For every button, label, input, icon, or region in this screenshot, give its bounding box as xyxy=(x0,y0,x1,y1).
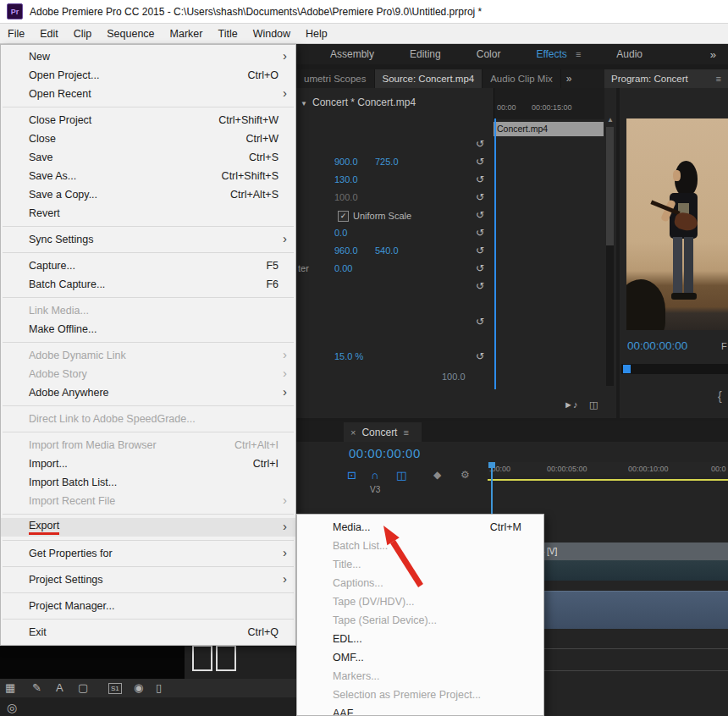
menubar-item[interactable]: File xyxy=(0,24,32,43)
export-menu-item[interactable]: Markers... xyxy=(297,667,543,686)
file-menu-item[interactable]: Sync Settings › xyxy=(1,230,295,249)
file-menu-item[interactable]: Open Recent › xyxy=(1,85,295,103)
file-menu-item[interactable]: Exit Ctrl+Q xyxy=(1,623,295,642)
file-menu-item[interactable]: Adobe Anywhere › xyxy=(1,383,295,402)
reset-parameter-icon[interactable]: ↺ xyxy=(476,192,484,202)
anchor-x-value[interactable]: 960.0 xyxy=(334,245,358,256)
file-menu-item[interactable]: Capture... F5 xyxy=(1,256,295,275)
close-tab-icon[interactable]: × xyxy=(350,427,356,438)
pen-tool-icon[interactable]: ✎ xyxy=(32,681,41,694)
reset-parameter-icon[interactable]: ↺ xyxy=(476,174,484,185)
workspace-tab-effects[interactable]: Effects xyxy=(536,48,566,60)
type-tool-icon[interactable]: A xyxy=(56,681,63,694)
reset-parameter-icon[interactable]: ↺ xyxy=(476,139,484,149)
snap-icon[interactable]: ∩ xyxy=(371,469,378,482)
timeline-ruler[interactable] xyxy=(488,462,728,476)
menubar-item[interactable]: Title xyxy=(210,24,245,43)
file-menu-item[interactable]: Make Offline... xyxy=(1,320,295,339)
timeline-tab[interactable]: × Concert ≡ xyxy=(344,422,422,442)
tab-audio-clip-mixer[interactable]: Audio Clip Mix xyxy=(483,69,561,88)
file-menu-item[interactable]: Close Ctrl+W xyxy=(1,129,295,148)
file-menu-item[interactable]: Project Manager... xyxy=(1,597,295,615)
timeline-timecode[interactable]: 00:00:00:00 xyxy=(349,446,421,460)
menubar-item[interactable]: Sequence xyxy=(99,24,162,43)
file-menu-item[interactable]: Save a Copy... Ctrl+Alt+S xyxy=(1,185,295,204)
file-menu-item[interactable]: Save Ctrl+S xyxy=(1,148,295,167)
file-menu-item[interactable]: Import Recent File › xyxy=(1,492,295,510)
file-menu-item[interactable]: Adobe Dynamic Link › xyxy=(1,346,295,365)
reset-parameter-icon[interactable]: ↺ xyxy=(476,228,484,238)
export-frame-icon[interactable]: ◫ xyxy=(589,399,598,410)
rotation-value[interactable]: 0.0 xyxy=(334,228,347,238)
export-menu-item[interactable]: OMF... xyxy=(297,648,543,667)
timeline-panel-menu-icon[interactable]: ≡ xyxy=(403,427,408,438)
panel-tabs-overflow-icon[interactable]: » xyxy=(561,69,577,88)
tab-lumetri-scopes[interactable]: umetri Scopes xyxy=(296,69,375,88)
position-y-value[interactable]: 725.0 xyxy=(375,157,399,167)
workspace-overflow-icon[interactable]: » xyxy=(710,48,716,61)
file-menu-item[interactable]: Project Settings › xyxy=(1,570,295,589)
timeline-settings-wrench-icon[interactable]: ⚙ xyxy=(461,469,470,481)
file-menu-item[interactable]: Link Media... xyxy=(1,301,295,320)
menubar-item[interactable]: Edit xyxy=(32,24,66,43)
position-x-value[interactable]: 900.0 xyxy=(334,157,358,167)
menubar-item[interactable]: Window xyxy=(245,24,298,43)
add-marker-icon[interactable]: ◆ xyxy=(433,469,441,481)
file-menu-item[interactable]: Import from Media Browser Ctrl+Alt+I xyxy=(1,436,295,454)
workspace-tab-editing[interactable]: Editing xyxy=(410,48,441,60)
export-menu-item[interactable]: Captions... xyxy=(297,574,543,592)
thumbnail-frame-icon[interactable] xyxy=(192,645,212,671)
play-audio-icon[interactable]: ►♪ xyxy=(564,399,577,410)
file-menu-item[interactable]: New › xyxy=(1,47,295,66)
program-playhead-handle[interactable] xyxy=(623,365,631,373)
file-menu-item[interactable]: Revert xyxy=(1,204,295,223)
program-scrub-track[interactable] xyxy=(621,364,728,374)
reset-parameter-icon[interactable]: ↺ xyxy=(476,210,484,220)
workspace-tab-audio[interactable]: Audio xyxy=(616,48,643,60)
panel-resize-brace-icon[interactable]: { xyxy=(718,389,722,403)
export-menu-item[interactable]: Tape (DV/HDV)... xyxy=(297,592,543,611)
reset-parameter-icon[interactable]: ↺ xyxy=(476,157,484,167)
reset-parameter-icon[interactable]: ↺ xyxy=(476,351,484,361)
trash-icon[interactable]: ▯ xyxy=(156,681,162,694)
export-menu-item[interactable]: Batch List... xyxy=(297,537,543,555)
file-menu-item[interactable]: Import Batch List... xyxy=(1,473,295,492)
ec-scroll-up-icon[interactable]: ▲ xyxy=(607,116,614,124)
file-menu-item[interactable]: Close Project Ctrl+Shift+W xyxy=(1,111,295,129)
tab-source-monitor[interactable]: Source: Concert.mp4 xyxy=(375,69,483,88)
file-menu-item[interactable]: Adobe Story › xyxy=(1,365,295,383)
nest-toggle-icon[interactable]: ⊡ xyxy=(347,469,356,482)
sync-status-icon[interactable]: ◎ xyxy=(7,701,17,714)
reset-parameter-icon[interactable]: ↺ xyxy=(476,245,484,256)
file-menu-item[interactable]: Get Properties for › xyxy=(1,544,295,563)
rect-tool-icon[interactable]: ▢ xyxy=(78,681,88,694)
export-menu-item[interactable]: Tape (Serial Device)... xyxy=(297,611,543,630)
file-menu-item[interactable]: Export › xyxy=(1,518,295,537)
s1-badge[interactable]: S1 xyxy=(108,683,122,694)
reset-parameter-icon[interactable]: ↺ xyxy=(476,317,484,327)
ec-playhead[interactable] xyxy=(494,118,496,389)
file-menu-item[interactable]: Open Project... Ctrl+O xyxy=(1,66,295,85)
workspace-menu-icon[interactable]: ≡ xyxy=(576,49,581,59)
export-menu-item[interactable]: Media... Ctrl+M xyxy=(297,518,543,537)
program-timecode[interactable]: 00:00:00:00 xyxy=(627,339,687,352)
reset-parameter-icon[interactable]: ↺ xyxy=(476,281,484,291)
workspace-tab-color[interactable]: Color xyxy=(477,48,501,60)
export-menu-item[interactable]: Selection as Premiere Project... xyxy=(297,686,543,704)
thumbnail-frame-icon[interactable] xyxy=(216,645,236,671)
file-menu-item[interactable]: Direct Link to Adobe SpeedGrade... xyxy=(1,410,295,428)
linked-selection-icon[interactable]: ◫ xyxy=(396,469,406,482)
file-menu-item[interactable]: Import... Ctrl+I xyxy=(1,454,295,473)
anchor-y-value[interactable]: 540.0 xyxy=(375,245,399,256)
workspace-tab-assembly[interactable]: Assembly xyxy=(330,48,374,60)
grid-view-icon[interactable]: ▦ xyxy=(5,681,15,694)
scale-value[interactable]: 130.0 xyxy=(334,174,358,185)
fit-dropdown-partial[interactable]: F xyxy=(721,341,727,351)
program-monitor-tab[interactable]: Program: Concert ≡ xyxy=(604,69,728,88)
export-menu-item[interactable]: Title... xyxy=(297,555,543,574)
collapse-triangle-icon[interactable]: ▼ xyxy=(301,100,307,107)
menubar-item[interactable]: Clip xyxy=(66,24,100,43)
uniform-scale-checkbox[interactable]: ✓ xyxy=(338,211,349,222)
timeline-playhead-handle[interactable] xyxy=(488,462,495,468)
work-area-yellow-bar[interactable] xyxy=(488,479,728,481)
